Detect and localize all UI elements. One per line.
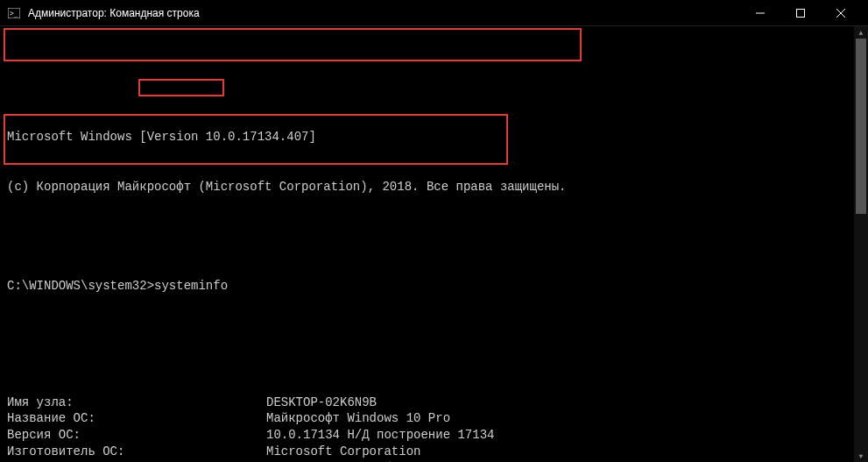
prompt-path: C:\WINDOWS\system32>	[7, 279, 154, 293]
header-line-2: (с) Корпорация Майкрософт (Microsoft Cor…	[7, 179, 861, 195]
header-line-1: Microsoft Windows [Version 10.0.17134.40…	[7, 129, 861, 146]
maximize-button[interactable]	[780, 0, 821, 26]
svg-rect-3	[797, 9, 805, 17]
vertical-scrollbar[interactable]: ▲ ▼	[854, 26, 868, 462]
close-button[interactable]	[821, 0, 861, 26]
blank-line	[7, 328, 861, 345]
info-label: Название ОС:	[7, 410, 266, 427]
highlight-command	[138, 79, 224, 96]
info-row: Версия ОС:10.0.17134 Н/Д построение 1713…	[7, 427, 861, 444]
terminal-output[interactable]: Microsoft Windows [Version 10.0.17134.40…	[0, 26, 868, 462]
scrollbar-thumb[interactable]	[856, 39, 866, 214]
command-text: systeminfo	[154, 279, 228, 293]
highlight-header	[4, 28, 582, 61]
systeminfo-rows: Имя узла:DESKTOP-02K6N9BНазвание ОС:Майк…	[7, 394, 861, 462]
cmd-icon: >_	[7, 6, 21, 20]
info-row: Изготовитель ОС:Microsoft Corporation	[7, 444, 861, 460]
info-value: Microsoft Corporation	[266, 444, 420, 460]
blank-line	[7, 229, 861, 245]
info-value: 10.0.17134 Н/Д построение 17134	[266, 427, 494, 444]
info-label: Имя узла:	[7, 394, 266, 411]
titlebar[interactable]: >_ Администратор: Командная строка	[0, 0, 868, 26]
minimize-button[interactable]	[740, 0, 780, 26]
info-label: Изготовитель ОС:	[7, 444, 266, 460]
prompt-line: C:\WINDOWS\system32>systeminfo	[7, 278, 861, 295]
info-value: Майкрософт Windows 10 Pro	[266, 410, 450, 427]
info-value: DESKTOP-02K6N9B	[266, 394, 377, 411]
info-row: Имя узла:DESKTOP-02K6N9B	[7, 394, 861, 411]
svg-text:>_: >_	[10, 10, 18, 18]
scroll-down-arrow[interactable]: ▼	[854, 450, 868, 462]
info-row: Название ОС:Майкрософт Windows 10 Pro	[7, 410, 861, 427]
scroll-up-arrow[interactable]: ▲	[854, 26, 868, 39]
window-controls	[740, 0, 861, 26]
window-title: Администратор: Командная строка	[28, 7, 740, 19]
info-label: Версия ОС:	[7, 427, 266, 444]
